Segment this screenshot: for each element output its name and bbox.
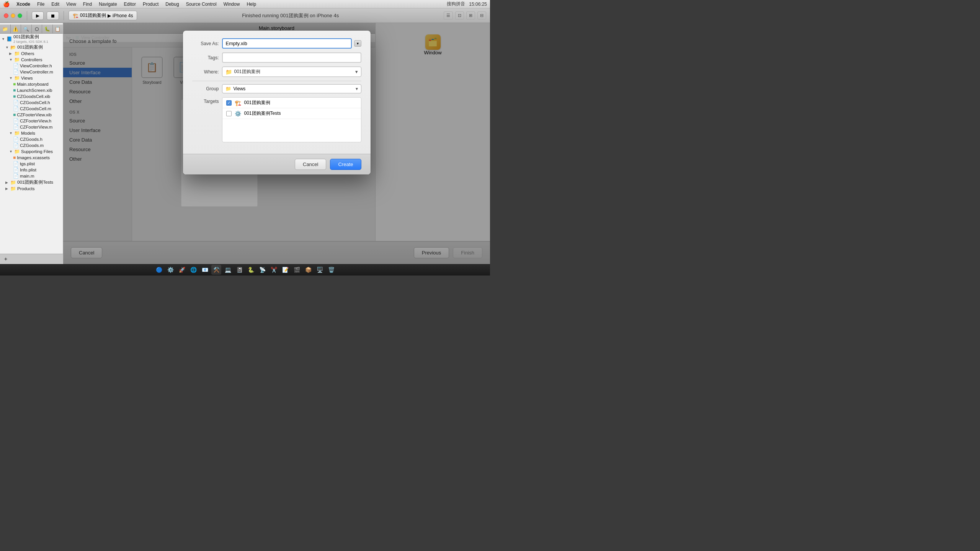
sidebar-item-czfooterview-xib[interactable]: ■ CZFooterView.xib [0, 112, 63, 118]
nav-tab-folder[interactable]: 📁 [0, 24, 11, 33]
tags-input[interactable] [222, 52, 361, 63]
maximize-button[interactable] [18, 13, 22, 18]
device-label: iPhone 4s [113, 13, 133, 18]
minimize-button[interactable] [11, 13, 15, 18]
dock-item-word[interactable]: 📝 [280, 265, 290, 275]
sidebar-item-mainstoryboard[interactable]: ■ Main.storyboard [0, 81, 63, 87]
dock-item-finder[interactable]: 🔵 [154, 265, 164, 275]
dock-item-keynote[interactable]: 🎬 [292, 265, 302, 275]
dock-item-trash[interactable]: 🗑️ [326, 265, 336, 275]
toolbar-separator [27, 11, 27, 20]
m-file-icon: 📄 [13, 124, 19, 130]
dock-item-python[interactable]: 🐍 [246, 265, 256, 275]
menu-debug[interactable]: Debug [165, 2, 179, 7]
menu-file[interactable]: File [37, 2, 44, 7]
cancel-save-button[interactable]: Cancel [295, 159, 326, 170]
menu-help[interactable]: Help [247, 2, 256, 7]
nav-tab-report[interactable]: 📋 [53, 24, 63, 33]
scheme-button[interactable]: 🏗️ 001团购案例 ▶ iPhone 4s [69, 11, 137, 20]
sidebar-item-viewcontrollerh[interactable]: 📄 ViewController.h [0, 63, 63, 69]
target-checkbox-tests[interactable] [226, 111, 232, 116]
sidebar-group-models[interactable]: ▼ 📁 Models [0, 130, 63, 136]
save-sheet-content: Save As: Empty.xib ▾ Tags: Where: [183, 31, 371, 154]
group-select[interactable]: 📁 Views ▾ [222, 84, 361, 93]
save-as-row: Save As: Empty.xib ▾ [192, 38, 361, 49]
dock-item-screen[interactable]: 🖥️ [315, 265, 325, 275]
dock-item-filezilla[interactable]: 📡 [257, 265, 267, 275]
run-button[interactable]: ▶ [32, 11, 44, 20]
add-file-button[interactable]: ＋ [3, 256, 8, 262]
sidebar-group-others[interactable]: ▶ 📁 Others [0, 51, 63, 57]
sidebar-item-czgoods-h[interactable]: 📄 CZGoods.h [0, 136, 63, 142]
stop-button[interactable]: ◼ [47, 11, 59, 20]
group-value: Views [234, 86, 246, 91]
dock-item-installer[interactable]: 📦 [303, 265, 313, 275]
group-label: Views [21, 76, 33, 80]
nav-tab-breakpoint[interactable]: ⬡ [32, 24, 42, 33]
file-name: Info.plist [20, 168, 36, 172]
sidebar-group-supporting[interactable]: ▼ 📁 Supporting Files [0, 148, 63, 155]
target-checkbox-main[interactable]: ✓ [226, 100, 232, 106]
dock-item-terminal[interactable]: 💻 [223, 265, 233, 275]
tags-row: Tags: [192, 52, 361, 63]
menu-xcode[interactable]: Xcode [16, 2, 30, 7]
xcassets-icon: ■ [13, 155, 16, 160]
sidebar-item-czfooterview-h[interactable]: 📄 CZFooterView.h [0, 118, 63, 124]
sidebar-item-tgsplist[interactable]: 📄 tgs.plist [0, 161, 63, 167]
nav-tab-source[interactable]: ⚠️ [11, 24, 21, 33]
sidebar-item-launchscreen[interactable]: ■ LaunchScreen.xib [0, 87, 63, 93]
nav-tab-find[interactable]: 🔍 [21, 24, 32, 33]
file-name: Images.xcassets [17, 155, 50, 160]
menu-window[interactable]: Window [224, 2, 240, 7]
nav-tab-debug[interactable]: 🐛 [42, 24, 53, 33]
dock-item-xcode[interactable]: ⚒️ [211, 265, 221, 275]
sidebar-item-viewcontrollerm[interactable]: 📄 ViewController.m [0, 69, 63, 75]
dock-item-prefs[interactable]: ⚙️ [165, 265, 175, 275]
sidebar-item-project[interactable]: ▼ 📘 001团购案例 2 targets, iOS SDK 8.1 [0, 34, 63, 44]
sidebar-item-czgoodscell-xib[interactable]: ■ CZGoodsCell.xib [0, 93, 63, 99]
menu-source-control[interactable]: Source Control [186, 2, 217, 7]
dock-item-scissors[interactable]: ✂️ [269, 265, 279, 275]
apple-menu[interactable]: 🍎 [3, 1, 10, 7]
menu-find[interactable]: Find [83, 2, 92, 7]
dock-item-onenote[interactable]: 📓 [234, 265, 244, 275]
sidebar-group-main[interactable]: ▼ 📂 001团购案例 [0, 44, 63, 51]
menu-navigate[interactable]: Navigate [99, 2, 117, 7]
dock-item-launchpad[interactable]: 🚀 [177, 265, 187, 275]
target-item-main[interactable]: ✓ 🏗️ 001团购案例 [222, 98, 361, 108]
sidebar-group-views[interactable]: ▼ 📁 Views [0, 75, 63, 81]
scheme-icon: 🏗️ [73, 13, 78, 18]
sidebar-group-products[interactable]: ▶ 📁 Products [0, 186, 63, 192]
sidebar-item-mainm[interactable]: 📄 main.m [0, 173, 63, 179]
dock-item-mail[interactable]: 📧 [200, 265, 210, 275]
navigator-toggle[interactable]: ☰ [444, 11, 453, 20]
group-folder-icon: 📁 [225, 86, 231, 91]
target-item-tests[interactable]: ⚙️ 001团购案例Tests [222, 108, 361, 119]
sidebar-item-infoplist[interactable]: 📄 Info.plist [0, 167, 63, 173]
menu-editor[interactable]: Editor [124, 2, 136, 7]
sidebar-group-tests[interactable]: ▶ 📁 001团购案例Tests [0, 179, 63, 186]
inspector-toggle[interactable]: ⊞ [466, 11, 475, 20]
where-select[interactable]: 📁 001团购案例 ▾ [222, 67, 361, 77]
group-label: Others [21, 51, 34, 56]
sidebar-item-czgoodscell-h[interactable]: 📄 CZGoodsCell.h [0, 99, 63, 106]
sidebar-item-czfooterview-m[interactable]: 📄 CZFooterView.m [0, 124, 63, 130]
menu-view[interactable]: View [66, 2, 76, 7]
dock-item-safari[interactable]: 🌐 [188, 265, 198, 275]
save-sheet-overlay: Save As: Empty.xib ▾ Tags: Where: [63, 23, 490, 264]
save-as-input[interactable]: Empty.xib [222, 38, 352, 49]
sidebar-item-czgoodscell-m[interactable]: 📄 CZGoodsCell.m [0, 106, 63, 112]
save-as-dropdown[interactable]: ▾ [354, 40, 361, 47]
menu-edit[interactable]: Edit [51, 2, 59, 7]
sidebar-group-controllers[interactable]: ▼ 📁 Controllers [0, 57, 63, 63]
save-as-label: Save As: [192, 41, 219, 46]
sidebar-item-images[interactable]: ■ Images.xcassets [0, 155, 63, 161]
menu-product[interactable]: Product [143, 2, 158, 7]
create-button[interactable]: Create [330, 159, 361, 170]
sidebar-item-czgoods-m[interactable]: 📄 CZGoods.m [0, 142, 63, 148]
close-button[interactable] [4, 13, 8, 18]
folder-icon: 📁 [225, 69, 232, 75]
file-name: CZGoods.m [20, 143, 44, 148]
assistant-toggle[interactable]: ⊟ [477, 11, 486, 20]
debug-toggle[interactable]: ⊡ [455, 11, 464, 20]
